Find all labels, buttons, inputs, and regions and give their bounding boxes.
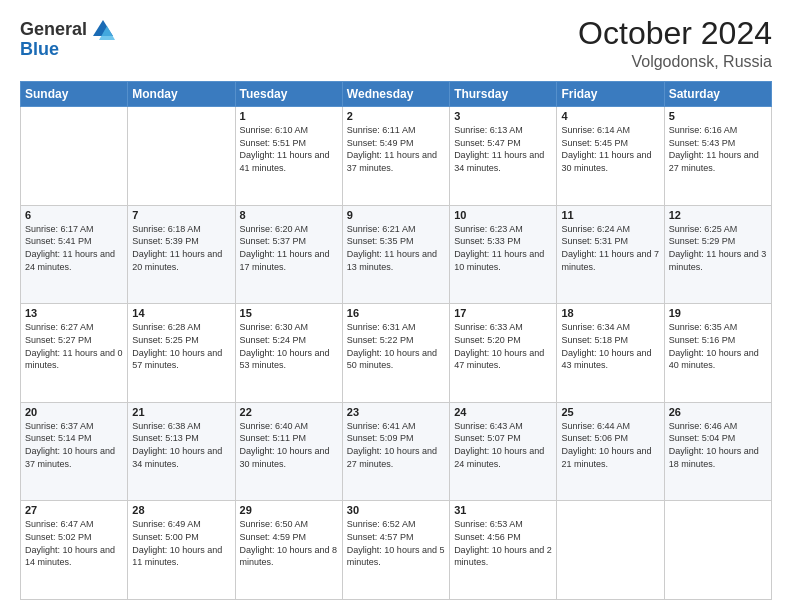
day-number: 24 bbox=[454, 406, 552, 418]
day-number: 3 bbox=[454, 110, 552, 122]
weekday-header: Saturday bbox=[664, 82, 771, 107]
calendar-week-row: 6Sunrise: 6:17 AMSunset: 5:41 PMDaylight… bbox=[21, 205, 772, 304]
calendar-cell bbox=[664, 501, 771, 600]
day-number: 12 bbox=[669, 209, 767, 221]
day-number: 17 bbox=[454, 307, 552, 319]
calendar-cell: 1Sunrise: 6:10 AMSunset: 5:51 PMDaylight… bbox=[235, 107, 342, 206]
calendar-cell: 28Sunrise: 6:49 AMSunset: 5:00 PMDayligh… bbox=[128, 501, 235, 600]
day-number: 18 bbox=[561, 307, 659, 319]
day-number: 11 bbox=[561, 209, 659, 221]
day-info: Sunrise: 6:34 AMSunset: 5:18 PMDaylight:… bbox=[561, 321, 659, 371]
day-info: Sunrise: 6:13 AMSunset: 5:47 PMDaylight:… bbox=[454, 124, 552, 174]
day-info: Sunrise: 6:41 AMSunset: 5:09 PMDaylight:… bbox=[347, 420, 445, 470]
day-info: Sunrise: 6:35 AMSunset: 5:16 PMDaylight:… bbox=[669, 321, 767, 371]
header: General Blue October 2024 Volgodonsk, Ru… bbox=[20, 16, 772, 71]
calendar-cell: 14Sunrise: 6:28 AMSunset: 5:25 PMDayligh… bbox=[128, 304, 235, 403]
calendar-cell: 5Sunrise: 6:16 AMSunset: 5:43 PMDaylight… bbox=[664, 107, 771, 206]
day-info: Sunrise: 6:44 AMSunset: 5:06 PMDaylight:… bbox=[561, 420, 659, 470]
day-number: 15 bbox=[240, 307, 338, 319]
day-number: 9 bbox=[347, 209, 445, 221]
calendar-cell: 13Sunrise: 6:27 AMSunset: 5:27 PMDayligh… bbox=[21, 304, 128, 403]
calendar-cell: 19Sunrise: 6:35 AMSunset: 5:16 PMDayligh… bbox=[664, 304, 771, 403]
day-number: 19 bbox=[669, 307, 767, 319]
day-number: 30 bbox=[347, 504, 445, 516]
day-info: Sunrise: 6:31 AMSunset: 5:22 PMDaylight:… bbox=[347, 321, 445, 371]
day-info: Sunrise: 6:43 AMSunset: 5:07 PMDaylight:… bbox=[454, 420, 552, 470]
calendar-week-row: 1Sunrise: 6:10 AMSunset: 5:51 PMDaylight… bbox=[21, 107, 772, 206]
weekday-header: Sunday bbox=[21, 82, 128, 107]
weekday-header: Wednesday bbox=[342, 82, 449, 107]
day-info: Sunrise: 6:49 AMSunset: 5:00 PMDaylight:… bbox=[132, 518, 230, 568]
calendar-cell: 20Sunrise: 6:37 AMSunset: 5:14 PMDayligh… bbox=[21, 402, 128, 501]
day-info: Sunrise: 6:40 AMSunset: 5:11 PMDaylight:… bbox=[240, 420, 338, 470]
day-number: 13 bbox=[25, 307, 123, 319]
calendar-cell: 17Sunrise: 6:33 AMSunset: 5:20 PMDayligh… bbox=[450, 304, 557, 403]
day-info: Sunrise: 6:28 AMSunset: 5:25 PMDaylight:… bbox=[132, 321, 230, 371]
day-info: Sunrise: 6:10 AMSunset: 5:51 PMDaylight:… bbox=[240, 124, 338, 174]
day-info: Sunrise: 6:50 AMSunset: 4:59 PMDaylight:… bbox=[240, 518, 338, 568]
day-info: Sunrise: 6:14 AMSunset: 5:45 PMDaylight:… bbox=[561, 124, 659, 174]
day-info: Sunrise: 6:20 AMSunset: 5:37 PMDaylight:… bbox=[240, 223, 338, 273]
calendar-cell: 27Sunrise: 6:47 AMSunset: 5:02 PMDayligh… bbox=[21, 501, 128, 600]
calendar-week-row: 27Sunrise: 6:47 AMSunset: 5:02 PMDayligh… bbox=[21, 501, 772, 600]
day-info: Sunrise: 6:18 AMSunset: 5:39 PMDaylight:… bbox=[132, 223, 230, 273]
day-info: Sunrise: 6:47 AMSunset: 5:02 PMDaylight:… bbox=[25, 518, 123, 568]
day-number: 16 bbox=[347, 307, 445, 319]
day-number: 23 bbox=[347, 406, 445, 418]
calendar-cell: 9Sunrise: 6:21 AMSunset: 5:35 PMDaylight… bbox=[342, 205, 449, 304]
day-number: 27 bbox=[25, 504, 123, 516]
day-number: 6 bbox=[25, 209, 123, 221]
calendar-week-row: 20Sunrise: 6:37 AMSunset: 5:14 PMDayligh… bbox=[21, 402, 772, 501]
day-number: 14 bbox=[132, 307, 230, 319]
day-info: Sunrise: 6:30 AMSunset: 5:24 PMDaylight:… bbox=[240, 321, 338, 371]
calendar-cell: 18Sunrise: 6:34 AMSunset: 5:18 PMDayligh… bbox=[557, 304, 664, 403]
day-number: 26 bbox=[669, 406, 767, 418]
weekday-header: Monday bbox=[128, 82, 235, 107]
calendar-cell: 26Sunrise: 6:46 AMSunset: 5:04 PMDayligh… bbox=[664, 402, 771, 501]
weekday-header: Friday bbox=[557, 82, 664, 107]
day-info: Sunrise: 6:27 AMSunset: 5:27 PMDaylight:… bbox=[25, 321, 123, 371]
calendar-cell: 2Sunrise: 6:11 AMSunset: 5:49 PMDaylight… bbox=[342, 107, 449, 206]
calendar-cell: 6Sunrise: 6:17 AMSunset: 5:41 PMDaylight… bbox=[21, 205, 128, 304]
day-number: 7 bbox=[132, 209, 230, 221]
calendar-cell bbox=[128, 107, 235, 206]
day-info: Sunrise: 6:33 AMSunset: 5:20 PMDaylight:… bbox=[454, 321, 552, 371]
day-info: Sunrise: 6:11 AMSunset: 5:49 PMDaylight:… bbox=[347, 124, 445, 174]
calendar-cell: 23Sunrise: 6:41 AMSunset: 5:09 PMDayligh… bbox=[342, 402, 449, 501]
day-number: 29 bbox=[240, 504, 338, 516]
calendar-cell: 8Sunrise: 6:20 AMSunset: 5:37 PMDaylight… bbox=[235, 205, 342, 304]
day-number: 2 bbox=[347, 110, 445, 122]
calendar-cell: 29Sunrise: 6:50 AMSunset: 4:59 PMDayligh… bbox=[235, 501, 342, 600]
day-info: Sunrise: 6:24 AMSunset: 5:31 PMDaylight:… bbox=[561, 223, 659, 273]
day-number: 28 bbox=[132, 504, 230, 516]
calendar-cell: 30Sunrise: 6:52 AMSunset: 4:57 PMDayligh… bbox=[342, 501, 449, 600]
calendar-cell bbox=[21, 107, 128, 206]
day-number: 25 bbox=[561, 406, 659, 418]
day-info: Sunrise: 6:25 AMSunset: 5:29 PMDaylight:… bbox=[669, 223, 767, 273]
day-info: Sunrise: 6:23 AMSunset: 5:33 PMDaylight:… bbox=[454, 223, 552, 273]
calendar-cell bbox=[557, 501, 664, 600]
day-number: 20 bbox=[25, 406, 123, 418]
day-info: Sunrise: 6:52 AMSunset: 4:57 PMDaylight:… bbox=[347, 518, 445, 568]
weekday-header-row: SundayMondayTuesdayWednesdayThursdayFrid… bbox=[21, 82, 772, 107]
calendar-cell: 10Sunrise: 6:23 AMSunset: 5:33 PMDayligh… bbox=[450, 205, 557, 304]
logo-general-text: General bbox=[20, 20, 87, 40]
day-info: Sunrise: 6:16 AMSunset: 5:43 PMDaylight:… bbox=[669, 124, 767, 174]
day-info: Sunrise: 6:38 AMSunset: 5:13 PMDaylight:… bbox=[132, 420, 230, 470]
day-info: Sunrise: 6:53 AMSunset: 4:56 PMDaylight:… bbox=[454, 518, 552, 568]
logo-blue-text: Blue bbox=[20, 40, 59, 60]
day-number: 31 bbox=[454, 504, 552, 516]
calendar-cell: 22Sunrise: 6:40 AMSunset: 5:11 PMDayligh… bbox=[235, 402, 342, 501]
calendar-cell: 12Sunrise: 6:25 AMSunset: 5:29 PMDayligh… bbox=[664, 205, 771, 304]
calendar-cell: 16Sunrise: 6:31 AMSunset: 5:22 PMDayligh… bbox=[342, 304, 449, 403]
calendar-cell: 15Sunrise: 6:30 AMSunset: 5:24 PMDayligh… bbox=[235, 304, 342, 403]
calendar-cell: 4Sunrise: 6:14 AMSunset: 5:45 PMDaylight… bbox=[557, 107, 664, 206]
day-number: 4 bbox=[561, 110, 659, 122]
calendar-cell: 25Sunrise: 6:44 AMSunset: 5:06 PMDayligh… bbox=[557, 402, 664, 501]
calendar-cell: 21Sunrise: 6:38 AMSunset: 5:13 PMDayligh… bbox=[128, 402, 235, 501]
calendar-week-row: 13Sunrise: 6:27 AMSunset: 5:27 PMDayligh… bbox=[21, 304, 772, 403]
calendar-table: SundayMondayTuesdayWednesdayThursdayFrid… bbox=[20, 81, 772, 600]
day-info: Sunrise: 6:37 AMSunset: 5:14 PMDaylight:… bbox=[25, 420, 123, 470]
page: General Blue October 2024 Volgodonsk, Ru… bbox=[0, 0, 792, 612]
weekday-header: Tuesday bbox=[235, 82, 342, 107]
